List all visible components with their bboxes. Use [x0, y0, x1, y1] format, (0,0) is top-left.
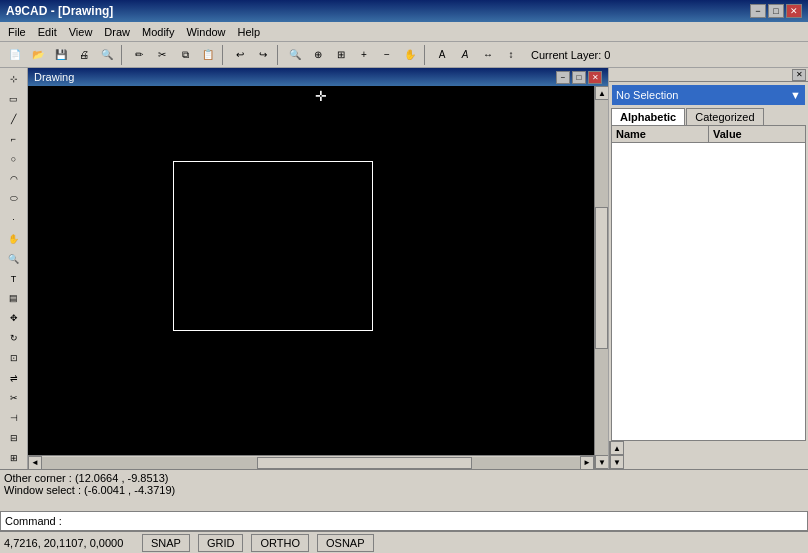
zoom-tool[interactable]: 🔍 [3, 249, 25, 268]
save-button[interactable]: 💾 [50, 44, 72, 66]
command-input[interactable] [66, 515, 803, 527]
arc-tool[interactable]: ◠ [3, 170, 25, 189]
scroll-left-button[interactable]: ◄ [28, 456, 42, 470]
menu-file[interactable]: File [2, 22, 32, 41]
right-panel-header: ✕ [609, 68, 808, 82]
line-tool[interactable]: ╱ [3, 110, 25, 129]
pan-button[interactable]: ✋ [399, 44, 421, 66]
menu-window[interactable]: Window [180, 22, 231, 41]
status-line2: Window select : (-6.0041 , -4.3719) [4, 484, 804, 496]
right-panel-scrollbar[interactable]: ▲ ▼ [609, 441, 623, 469]
rp-scroll-down-button[interactable]: ▼ [610, 455, 624, 469]
menu-bar: File Edit View Draw Modify Window Help [0, 22, 808, 42]
new-button[interactable]: 📄 [4, 44, 26, 66]
tab-alphabetic[interactable]: Alphabetic [611, 108, 685, 125]
dim2-button[interactable]: ↕ [500, 44, 522, 66]
command-bar[interactable]: Command : [0, 511, 808, 531]
properties-table: Name Value [611, 125, 806, 441]
copy-button[interactable]: ⧉ [174, 44, 196, 66]
circle-tool[interactable]: ○ [3, 150, 25, 169]
extend-tool[interactable]: ⊣ [3, 408, 25, 427]
canvas-scroll-area: ✛ ◄ ► ▲ ▼ [28, 86, 608, 469]
text-tool[interactable]: T [3, 269, 25, 288]
right-panel-close-button[interactable]: ✕ [792, 69, 806, 81]
hatch-tool[interactable]: ▤ [3, 289, 25, 308]
menu-view[interactable]: View [63, 22, 99, 41]
select-tool[interactable]: ⊹ [3, 70, 25, 89]
ellipse-tool[interactable]: ⬭ [3, 189, 25, 208]
inner-minimize-button[interactable]: − [556, 71, 570, 84]
h-scroll-thumb[interactable] [257, 457, 472, 469]
h-scrollbar[interactable]: ◄ ► [28, 455, 594, 469]
title-bar: A9CAD - [Drawing] − □ ✕ [0, 0, 808, 22]
cut-button[interactable]: ✂ [151, 44, 173, 66]
polyline-tool[interactable]: ⌐ [3, 130, 25, 149]
snap-button[interactable]: SNAP [142, 534, 190, 552]
dim-button[interactable]: ↔ [477, 44, 499, 66]
text-button[interactable]: A [431, 44, 453, 66]
zoom-minus-button[interactable]: − [376, 44, 398, 66]
close-button[interactable]: ✕ [786, 4, 802, 18]
inner-close-button[interactable]: ✕ [588, 71, 602, 84]
sep3 [277, 45, 281, 65]
cursor-crosshair: ✛ [313, 88, 329, 104]
selection-label: No Selection [616, 89, 678, 101]
menu-edit[interactable]: Edit [32, 22, 63, 41]
sep1 [121, 45, 125, 65]
minimize-button[interactable]: − [750, 4, 766, 18]
move-tool[interactable]: ✥ [3, 309, 25, 328]
rotate-tool[interactable]: ↻ [3, 329, 25, 348]
array-tool[interactable]: ⊞ [3, 448, 25, 467]
right-panel: ✕ No Selection ▼ Alphabetic Categorized … [608, 68, 808, 469]
undo-button[interactable]: ↩ [229, 44, 251, 66]
status-area: Other corner : (12.0664 , -9.8513) Windo… [0, 469, 808, 511]
v-scroll-thumb[interactable] [595, 207, 608, 349]
pan-tool[interactable]: ✋ [3, 229, 25, 248]
zoom-fit-button[interactable]: ⊕ [307, 44, 329, 66]
h-scroll-track[interactable] [42, 457, 580, 469]
text2-button[interactable]: A [454, 44, 476, 66]
redo-button[interactable]: ↪ [252, 44, 274, 66]
inner-title-bar: Drawing − □ ✕ [28, 68, 608, 86]
menu-help[interactable]: Help [232, 22, 267, 41]
print-button[interactable]: 🖨 [73, 44, 95, 66]
mirror-tool[interactable]: ⇌ [3, 369, 25, 388]
inner-controls: − □ ✕ [556, 71, 602, 84]
scroll-right-button[interactable]: ► [580, 456, 594, 470]
col-name-header: Name [612, 126, 709, 142]
tab-categorized[interactable]: Categorized [686, 108, 763, 125]
pencil-button[interactable]: ✏ [128, 44, 150, 66]
open-button[interactable]: 📂 [27, 44, 49, 66]
offset-tool[interactable]: ⊟ [3, 428, 25, 447]
inner-restore-button[interactable]: □ [572, 71, 586, 84]
drawing-canvas[interactable]: ✛ ◄ ► [28, 86, 594, 469]
status-line1: Other corner : (12.0664 , -9.8513) [4, 472, 804, 484]
grid-button[interactable]: GRID [198, 534, 244, 552]
canvas-content: ✛ [28, 86, 594, 469]
properties-header: Name Value [612, 126, 805, 143]
scroll-down-button[interactable]: ▼ [595, 455, 609, 469]
ortho-button[interactable]: ORTHO [251, 534, 309, 552]
point-tool[interactable]: · [3, 209, 25, 228]
menu-draw[interactable]: Draw [98, 22, 136, 41]
zoom-out-button[interactable]: 🔍 [284, 44, 306, 66]
dropdown-icon: ▼ [790, 89, 801, 101]
menu-modify[interactable]: Modify [136, 22, 180, 41]
drawing-rectangle [173, 161, 373, 331]
paste-button[interactable]: 📋 [197, 44, 219, 66]
trim-tool[interactable]: ✂ [3, 389, 25, 408]
zoom-window-button[interactable]: ⊞ [330, 44, 352, 66]
zoom-in-button[interactable]: + [353, 44, 375, 66]
v-scroll-track[interactable] [595, 100, 608, 455]
scroll-up-button[interactable]: ▲ [595, 86, 609, 100]
tabs-row: Alphabetic Categorized [611, 108, 806, 125]
osnap-button[interactable]: OSNAP [317, 534, 374, 552]
selection-dropdown[interactable]: No Selection ▼ [612, 85, 805, 105]
print-preview-button[interactable]: 🔍 [96, 44, 118, 66]
rp-scroll-up-button[interactable]: ▲ [610, 441, 624, 455]
v-scrollbar[interactable]: ▲ ▼ [594, 86, 608, 469]
toolbar: 📄 📂 💾 🖨 🔍 ✏ ✂ ⧉ 📋 ↩ ↪ 🔍 ⊕ ⊞ + − ✋ A A ↔ … [0, 42, 808, 68]
maximize-button[interactable]: □ [768, 4, 784, 18]
scale-tool[interactable]: ⊡ [3, 349, 25, 368]
rect-select-tool[interactable]: ▭ [3, 90, 25, 109]
